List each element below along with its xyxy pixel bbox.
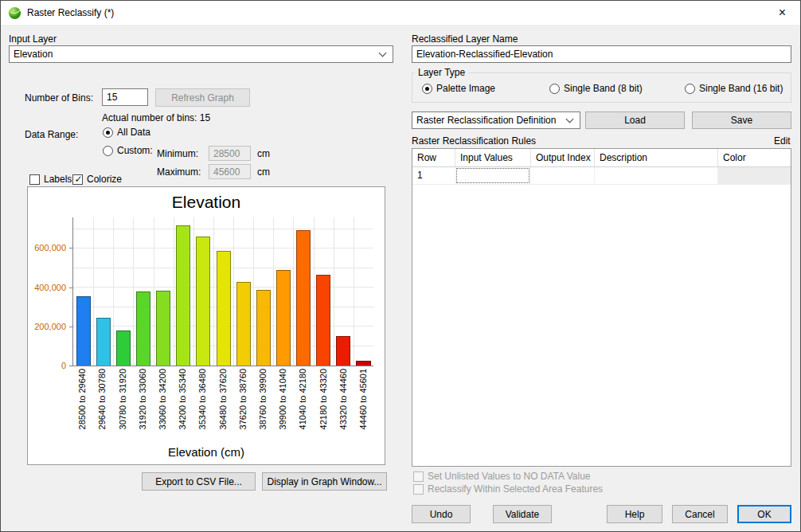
bar-8 [236, 282, 251, 366]
col-header-description[interactable]: Description [595, 149, 718, 166]
y-tick-label: 200,000 [34, 323, 66, 331]
radio-single-band-8[interactable]: Single Band (8 bit) [549, 83, 643, 94]
bar-11 [296, 230, 311, 366]
layer-type-groupbox: Layer Type Palette Image Single Band (8 … [412, 72, 791, 103]
window-title: Raster Reclassify (*) [27, 7, 114, 18]
bar-2 [116, 331, 131, 366]
chevron-down-icon [566, 115, 574, 123]
cancel-button[interactable]: Cancel [672, 505, 728, 523]
x-tick-label: 29640 to 30780 [98, 369, 107, 429]
col-header-output-index[interactable]: Output Index [531, 149, 595, 166]
actual-bins-text: Actual number of bins: 15 [102, 112, 210, 123]
x-tick-label: 36480 to 37620 [219, 369, 228, 429]
y-tick-label: 0 [61, 362, 66, 370]
labels-checkbox[interactable]: Labels [29, 174, 72, 185]
titlebar: Raster Reclassify (*) × [1, 1, 800, 25]
x-tick-label: 30780 to 31920 [119, 369, 127, 429]
bar-4 [156, 291, 170, 366]
reclassified-layer-name-input[interactable]: Elevation-Reclassified-Elevation [412, 45, 791, 63]
editing-cell[interactable] [456, 168, 529, 183]
data-range-label: Data Range: [25, 129, 78, 140]
x-tick-label: 33060 to 34200 [158, 369, 167, 429]
definition-value: Raster Reclassification Definition [416, 115, 556, 126]
bar-row [73, 217, 373, 366]
bar-13 [336, 336, 350, 366]
chart-title: Elevation [28, 187, 385, 217]
minimum-unit: cm [257, 148, 270, 159]
radio-palette-image-label: Palette Image [436, 83, 495, 94]
colorize-checkbox[interactable]: Colorize [72, 174, 122, 185]
selected-area-checkbox[interactable]: Reclassify Within Selected Area Features [413, 483, 603, 495]
bar-12 [316, 275, 330, 366]
ok-button[interactable]: OK [737, 505, 791, 523]
col-header-row[interactable]: Row [412, 149, 455, 166]
color-cell[interactable] [718, 167, 791, 184]
row-number-cell[interactable]: 1 [412, 167, 455, 184]
radio-all-data[interactable]: All Data [103, 127, 150, 138]
x-tick-label: 31920 to 33060 [139, 369, 147, 429]
col-header-input-values[interactable]: Input Values [455, 149, 531, 166]
maximum-label: Maximum: [157, 166, 201, 178]
input-layer-combobox[interactable]: Elevation [9, 45, 393, 63]
radio-single-band-16[interactable]: Single Band (16 bit) [685, 83, 783, 94]
export-csv-button[interactable]: Export to CSV File... [142, 472, 256, 491]
radio-unselected-icon [685, 84, 695, 94]
input-values-cell[interactable] [455, 167, 531, 184]
bar-0 [76, 296, 91, 366]
output-index-cell[interactable] [531, 167, 595, 184]
description-cell[interactable] [595, 167, 718, 184]
radio-single-band-8-label: Single Band (8 bit) [564, 83, 643, 94]
bar-6 [196, 237, 210, 366]
bar-3 [136, 291, 150, 366]
plot-column: 28500 to 2964029640 to 3078030780 to 319… [72, 217, 373, 443]
help-button[interactable]: Help [607, 505, 662, 523]
x-tick-label: 28500 to 29640 [78, 369, 87, 429]
bar-1 [96, 318, 111, 366]
close-button[interactable]: × [764, 1, 800, 25]
number-of-bins-input[interactable]: 15 [102, 88, 148, 106]
bar-5 [176, 225, 190, 366]
maximum-input[interactable]: 45600 [209, 164, 251, 179]
checkbox-unchecked-icon [29, 174, 40, 185]
save-button[interactable]: Save [692, 111, 791, 129]
edit-link[interactable]: Edit [774, 135, 791, 147]
radio-unselected-icon [103, 146, 113, 156]
col-header-color[interactable]: Color [718, 149, 791, 166]
radio-palette-image[interactable]: Palette Image [422, 83, 495, 94]
radio-custom-label: Custom: [117, 145, 153, 156]
radio-selected-icon [103, 127, 113, 138]
display-graph-button[interactable]: Display in Graph Window... [262, 472, 387, 491]
unlisted-checkbox[interactable]: Set Unlisted Values to NO DATA Value [413, 471, 591, 482]
chevron-down-icon [379, 49, 387, 57]
input-layer-label: Input Layer [9, 33, 57, 45]
histogram-chart: Elevation 0200,000400,000600,000 28500 t… [27, 186, 385, 465]
unlisted-checkbox-label: Set Unlisted Values to NO DATA Value [428, 471, 591, 482]
y-axis: 0200,000400,000600,000 [28, 217, 72, 366]
labels-checkbox-label: Labels [44, 174, 72, 185]
bar-7 [217, 251, 231, 366]
bar-9 [256, 290, 271, 366]
raster-reclassify-dialog: Raster Reclassify (*) × Input Layer Elev… [0, 0, 801, 532]
x-tick-label: 44460 to 45601 [359, 369, 368, 429]
selected-area-checkbox-label: Reclassify Within Selected Area Features [428, 483, 603, 495]
reclassified-layer-name-label: Reclassified Layer Name [412, 33, 518, 45]
checkbox-unchecked-icon [413, 484, 424, 495]
radio-unselected-icon [549, 84, 560, 94]
validate-button[interactable]: Validate [493, 505, 552, 523]
load-button[interactable]: Load [585, 111, 685, 129]
minimum-label: Minimum: [157, 148, 198, 159]
radio-single-band-16-label: Single Band (16 bit) [699, 83, 783, 94]
minimum-input[interactable]: 28500 [209, 146, 251, 161]
undo-button[interactable]: Undo [412, 505, 471, 523]
definition-combobox[interactable]: Raster Reclassification Definition [412, 111, 580, 129]
x-labels: 28500 to 2964029640 to 3078030780 to 319… [72, 366, 373, 443]
radio-selected-icon [422, 84, 432, 94]
radio-all-data-label: All Data [117, 127, 150, 138]
maximum-unit: cm [257, 166, 270, 178]
x-tick-label: 42180 to 43320 [319, 369, 328, 429]
radio-custom[interactable]: Custom: [103, 145, 153, 156]
checkbox-checked-icon [72, 174, 83, 185]
plot-area [72, 217, 373, 366]
refresh-graph-button[interactable]: Refresh Graph [155, 88, 250, 107]
rules-label: Raster Reclassification Rules [412, 135, 536, 147]
